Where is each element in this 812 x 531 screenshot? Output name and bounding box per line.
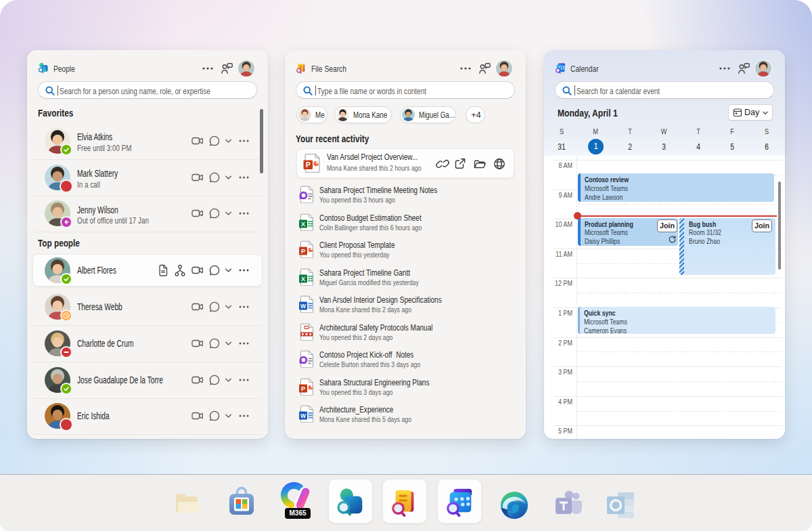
svg-text:X: X [301,276,305,282]
svg-text:P: P [301,248,305,255]
svg-text:W: W [300,303,307,310]
svg-text:W: W [300,412,307,419]
svg-text:X: X [301,221,305,228]
svg-text:P: P [306,161,311,169]
svg-text:P: P [301,385,305,392]
